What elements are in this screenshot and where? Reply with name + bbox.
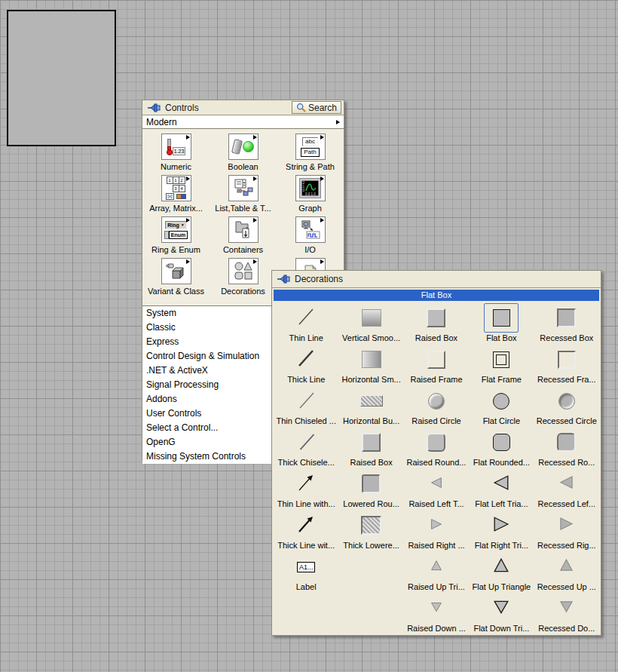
deco-item-flat-up-triangle[interactable]: Flat Up Triangle [469, 552, 534, 594]
controls-item-label: Decorations [221, 287, 265, 296]
deco-item-thin-line[interactable]: Thin Line [274, 303, 338, 345]
submenu-arrow-icon [186, 218, 190, 222]
deco-item-vertical-smoo[interactable]: Vertical Smoo... [338, 303, 403, 345]
deco-item-label: Flat Frame [482, 375, 522, 384]
submenu-arrow-icon [186, 135, 190, 140]
deco-item-thick-lowere[interactable]: Thick Lowere... [338, 511, 403, 552]
deco-item-label: Flat Right Tri... [475, 541, 529, 550]
controls-item-numeric[interactable]: 1.23Numeric [142, 133, 210, 175]
controls-item-boolean[interactable]: Boolean [210, 133, 277, 175]
round-lowered-icon [354, 469, 389, 499]
decorations-titlebar[interactable]: Decorations [272, 271, 601, 288]
deco-item-recessed-fra[interactable]: Recessed Fra... [534, 345, 599, 386]
controls-item-decorations[interactable]: Decorations [210, 258, 277, 299]
controls-item-variant-class[interactable]: Variant & Class [142, 258, 210, 299]
graph-icon: 2 1 0 0.0 1.0 [295, 175, 326, 201]
deco-item-label[interactable]: A1...Label [274, 552, 338, 594]
deco-item-label: Horizontal Sm... [341, 375, 400, 384]
deco-item-raised-right[interactable]: Raised Right ... [404, 511, 469, 552]
controls-item-label: Variant & Class [148, 287, 204, 296]
deco-item-flat-right-tri[interactable]: Flat Right Tri... [469, 511, 534, 552]
deco-item-label: Recessed Lef... [538, 499, 595, 508]
deco-item-label: Thick Chisele... [278, 458, 335, 467]
deco-item-flat-down-tri[interactable]: Flat Down Tri... [469, 594, 534, 635]
array-icon: 112 34 [x] [161, 175, 191, 201]
tri-left-recessed-icon [549, 469, 584, 499]
controls-item-array-matrix[interactable]: 112 34 [x] Array, Matrix... [142, 175, 210, 216]
deco-item-thick-line-wit[interactable]: Thick Line wit... [274, 511, 338, 552]
deco-item-thick-line[interactable]: Thick Line [274, 345, 338, 386]
submenu-arrow-icon [186, 176, 190, 181]
deco-item-raised-left-t[interactable]: Raised Left T... [404, 469, 469, 511]
controls-item-label: Graph [298, 204, 322, 213]
deco-item-recessed-circle[interactable]: Recessed Circle [534, 386, 599, 428]
smooth-v-icon [354, 303, 389, 333]
deco-item-label: Flat Circle [483, 416, 521, 425]
controls-item-i-o[interactable]: I/O [277, 216, 344, 258]
deco-item-thin-chiseled[interactable]: Thin Chiseled ... [274, 386, 338, 428]
deco-item-horizontal-bu[interactable]: Horizontal Bu... [338, 386, 403, 428]
deco-item-label: Recessed Fra... [537, 375, 596, 384]
submenu-arrow-icon [253, 176, 257, 181]
controls-item-graph[interactable]: 2 1 0 0.0 1.0 Graph [277, 175, 344, 216]
controls-item-label: I/O [304, 245, 316, 254]
deco-item-raised-box[interactable]: Raised Box [404, 303, 469, 345]
controls-item-label: String & Path [286, 162, 335, 171]
controls-item-ring-enum[interactable]: Ring ▼ EnumRing & Enum [142, 216, 210, 258]
deco-item-label: Raised Frame [410, 375, 462, 384]
deco-item-label: Raised Box [415, 333, 457, 342]
deco-item-recessed-rig[interactable]: Recessed Rig... [534, 511, 599, 552]
deco-item-label: Flat Box [486, 333, 516, 342]
selected-item-header: Flat Box [274, 290, 599, 301]
controls-titlebar[interactable]: Controls Search [142, 100, 344, 115]
controls-item-containers[interactable]: Containers [210, 216, 277, 258]
deco-item-flat-box[interactable]: Flat Box [469, 303, 534, 345]
numeric-icon: 1.23 [161, 133, 191, 160]
controls-item-list-table-t[interactable]: List,Table & T... [210, 175, 277, 216]
label-box-icon: A1... [289, 552, 323, 581]
deco-item-flat-left-tria[interactable]: Flat Left Tria... [469, 469, 534, 511]
deco-empty-cell [274, 594, 338, 635]
decorations-title: Decorations [295, 274, 343, 284]
deco-item-thin-line-with[interactable]: Thin Line with... [274, 469, 338, 511]
deco-item-recessed-box[interactable]: Recessed Box [534, 303, 599, 345]
deco-item-raised-up-tri[interactable]: Raised Up Tri... [404, 552, 469, 594]
deco-item-raised-frame[interactable]: Raised Frame [404, 345, 469, 386]
controls-item-string-path[interactable]: abc PathString & Path [277, 133, 344, 175]
search-button[interactable]: Search [292, 101, 341, 114]
deco-item-lowered-rou[interactable]: Lowered Rou... [338, 469, 403, 511]
string-path-icon: abc Path [295, 133, 326, 160]
deco-item-thick-chisele[interactable]: Thick Chisele... [274, 428, 338, 469]
deco-item-flat-rounded[interactable]: Flat Rounded... [469, 428, 534, 469]
deco-item-raised-round[interactable]: Raised Round... [404, 428, 469, 469]
io-icon [295, 216, 326, 243]
box-raised-icon [354, 428, 389, 457]
deco-item-flat-frame[interactable]: Flat Frame [469, 345, 534, 386]
deco-item-label: Thick Lowere... [343, 541, 399, 550]
deco-item-label: Vertical Smoo... [342, 333, 400, 342]
svg-text:0.0 1.0: 0.0 1.0 [305, 192, 316, 196]
category-row-modern[interactable]: Modern [142, 115, 344, 129]
deco-item-raised-circle[interactable]: Raised Circle [404, 386, 469, 428]
pushpin-icon[interactable] [277, 274, 290, 284]
controls-item-label: List,Table & T... [215, 204, 271, 213]
tri-down-flat-icon [484, 594, 519, 623]
deco-item-recessed-do[interactable]: Recessed Do... [534, 594, 599, 635]
pushpin-icon[interactable] [148, 103, 161, 113]
deco-item-recessed-up[interactable]: Recessed Up ... [534, 552, 599, 594]
deco-item-recessed-lef[interactable]: Recessed Lef... [534, 469, 599, 511]
submenu-arrow-icon [336, 120, 340, 124]
round-recessed-icon [549, 428, 584, 457]
controls-item-label: Ring & Enum [151, 245, 200, 254]
deco-item-flat-circle[interactable]: Flat Circle [469, 386, 534, 428]
thick-line-icon [289, 345, 323, 374]
containers-icon [228, 216, 259, 243]
deco-item-recessed-ro[interactable]: Recessed Ro... [534, 428, 599, 469]
deco-item-label: Recessed Do... [538, 624, 595, 633]
deco-item-horizontal-sm[interactable]: Horizontal Sm... [338, 345, 403, 386]
textured-lowered-icon [354, 511, 389, 540]
deco-item-label: Recessed Circle [537, 416, 597, 425]
circle-raised-icon [419, 386, 454, 416]
deco-item-raised-down[interactable]: Raised Down ... [404, 594, 469, 635]
deco-item-raised-box[interactable]: Raised Box [338, 428, 403, 469]
